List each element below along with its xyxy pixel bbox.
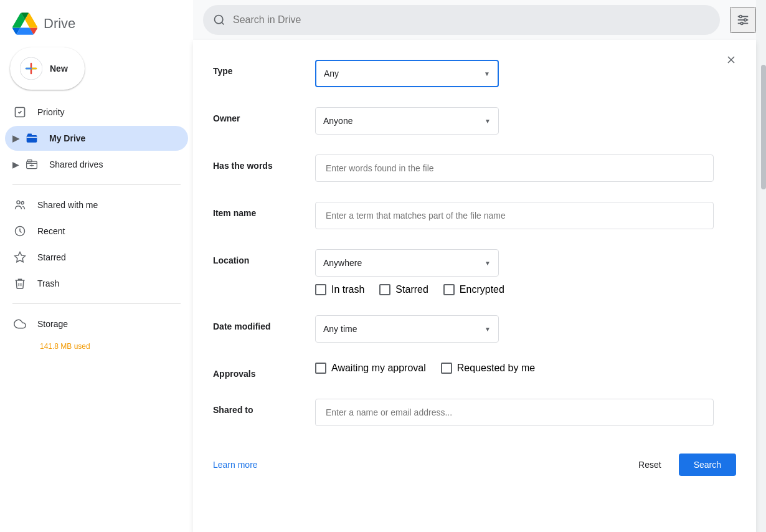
type-label: Type bbox=[213, 60, 300, 76]
approvals-label: Approvals bbox=[213, 363, 300, 379]
location-label: Location bbox=[213, 249, 300, 265]
drive-logo-icon bbox=[12, 11, 37, 36]
svg-point-12 bbox=[17, 201, 20, 204]
type-row: Type Any ▼ bbox=[193, 50, 756, 97]
approvals-row: Approvals Awaiting my approval Requested… bbox=[193, 353, 756, 389]
search-button[interactable]: Search bbox=[679, 454, 736, 476]
sidebar-item-label: Recent bbox=[37, 226, 65, 236]
has-words-control bbox=[315, 154, 736, 182]
sidebar-item-my-drive[interactable]: ▶ My Drive bbox=[5, 126, 188, 151]
new-button[interactable]: New bbox=[10, 47, 85, 90]
panel-footer: Learn more Reset Search bbox=[193, 441, 756, 488]
location-select[interactable]: Anywhere ▼ bbox=[315, 249, 499, 277]
location-chevron-icon: ▼ bbox=[485, 260, 491, 267]
date-modified-row: Date modified Any time ▼ bbox=[193, 305, 756, 353]
owner-row: Owner Anyone ▼ bbox=[193, 97, 756, 145]
sidebar-item-storage[interactable]: Storage bbox=[5, 311, 188, 336]
search-filter-panel: Type Any ▼ Owner Anyone ▼ Has the words bbox=[193, 40, 756, 532]
main-content: Type Any ▼ Owner Anyone ▼ Has the words bbox=[193, 0, 766, 532]
sidebar-item-label: Starred bbox=[37, 252, 66, 262]
close-panel-button[interactable] bbox=[719, 47, 744, 72]
type-select[interactable]: Any ▼ bbox=[315, 60, 499, 87]
date-modified-select[interactable]: Any time ▼ bbox=[315, 315, 499, 343]
owner-chevron-icon: ▼ bbox=[485, 118, 491, 125]
has-words-row: Has the words bbox=[193, 145, 756, 192]
search-icon bbox=[213, 14, 225, 26]
location-control: Anywhere ▼ In trash Starred Encrypted bbox=[315, 249, 736, 295]
clock-icon bbox=[12, 224, 27, 239]
shared-to-label: Shared to bbox=[213, 399, 300, 415]
starred-checkbox-box bbox=[379, 284, 390, 295]
new-plus-icon bbox=[20, 57, 42, 80]
sidebar: Drive New Priority ▶ bbox=[0, 0, 193, 532]
filter-options-button[interactable] bbox=[730, 7, 756, 33]
storage-divider bbox=[12, 303, 181, 304]
reset-button[interactable]: Reset bbox=[628, 454, 671, 476]
search-input[interactable] bbox=[233, 14, 710, 26]
awaiting-approval-checkbox[interactable]: Awaiting my approval bbox=[315, 363, 426, 374]
people-icon bbox=[12, 197, 27, 212]
requested-by-me-checkbox[interactable]: Requested by me bbox=[441, 363, 535, 374]
type-chevron-icon: ▼ bbox=[484, 70, 490, 77]
in-trash-label: In trash bbox=[331, 284, 364, 295]
new-button-label: New bbox=[50, 64, 68, 74]
star-icon bbox=[12, 250, 27, 265]
svg-rect-6 bbox=[27, 135, 37, 143]
owner-select[interactable]: Anyone ▼ bbox=[315, 107, 499, 135]
shared-drives-icon bbox=[24, 157, 39, 172]
starred-label: Starred bbox=[395, 284, 428, 295]
encrypted-checkbox[interactable]: Encrypted bbox=[443, 284, 504, 295]
type-control: Any ▼ bbox=[315, 60, 736, 87]
item-name-row: Item name bbox=[193, 192, 756, 239]
sidebar-item-label: Trash bbox=[37, 278, 59, 288]
sidebar-item-trash[interactable]: Trash bbox=[5, 271, 188, 296]
approvals-control: Awaiting my approval Requested by me bbox=[315, 363, 736, 374]
shared-to-row: Shared to bbox=[193, 389, 756, 436]
shared-to-input[interactable] bbox=[315, 399, 714, 426]
learn-more-link[interactable]: Learn more bbox=[213, 460, 258, 470]
location-checkboxes: In trash Starred Encrypted bbox=[315, 284, 736, 295]
item-name-label: Item name bbox=[213, 202, 300, 218]
trash-icon bbox=[12, 276, 27, 291]
nav-divider bbox=[12, 184, 181, 185]
owner-label: Owner bbox=[213, 107, 300, 123]
sidebar-item-label: Priority bbox=[37, 107, 65, 117]
owner-value: Anyone bbox=[323, 116, 352, 126]
sidebar-item-priority[interactable]: Priority bbox=[5, 100, 188, 125]
sidebar-item-recent[interactable]: Recent bbox=[5, 219, 188, 244]
svg-rect-9 bbox=[27, 160, 32, 162]
has-words-label: Has the words bbox=[213, 154, 300, 171]
svg-point-23 bbox=[740, 22, 743, 25]
svg-point-16 bbox=[215, 16, 223, 24]
checkbox-circle-icon bbox=[12, 105, 27, 120]
encrypted-label: Encrypted bbox=[460, 284, 504, 295]
in-trash-checkbox[interactable]: In trash bbox=[315, 284, 364, 295]
scrollbar[interactable] bbox=[756, 0, 766, 532]
svg-point-22 bbox=[744, 19, 747, 21]
item-name-input[interactable] bbox=[315, 202, 714, 229]
date-modified-label: Date modified bbox=[213, 315, 300, 331]
type-value: Any bbox=[324, 69, 339, 78]
sidebar-item-label: Storage bbox=[37, 319, 68, 329]
requested-by-me-checkbox-box bbox=[441, 363, 452, 374]
sidebar-item-shared-drives[interactable]: ▶ Shared drives bbox=[5, 152, 188, 177]
approvals-checkboxes: Awaiting my approval Requested by me bbox=[315, 363, 736, 374]
expand-arrow-icon: ▶ bbox=[12, 159, 19, 169]
sidebar-item-label: Shared drives bbox=[49, 159, 103, 169]
cloud-icon bbox=[12, 316, 27, 331]
svg-line-17 bbox=[222, 22, 224, 25]
in-trash-checkbox-box bbox=[315, 284, 326, 295]
date-modified-control: Any time ▼ bbox=[315, 315, 736, 343]
storage-usage: 141.8 MB used bbox=[5, 338, 188, 359]
sidebar-item-starred[interactable]: Starred bbox=[5, 245, 188, 270]
starred-checkbox[interactable]: Starred bbox=[379, 284, 428, 295]
sidebar-nav: Priority ▶ My Drive ▶ bbox=[0, 100, 193, 359]
app-title: Drive bbox=[44, 16, 75, 32]
awaiting-approval-label: Awaiting my approval bbox=[331, 363, 426, 374]
svg-marker-15 bbox=[15, 252, 26, 262]
sidebar-item-shared-with-me[interactable]: Shared with me bbox=[5, 192, 188, 217]
search-bar[interactable] bbox=[203, 5, 720, 35]
requested-by-me-label: Requested by me bbox=[457, 363, 535, 374]
has-words-input[interactable] bbox=[315, 154, 714, 182]
scrollbar-thumb bbox=[761, 65, 766, 189]
